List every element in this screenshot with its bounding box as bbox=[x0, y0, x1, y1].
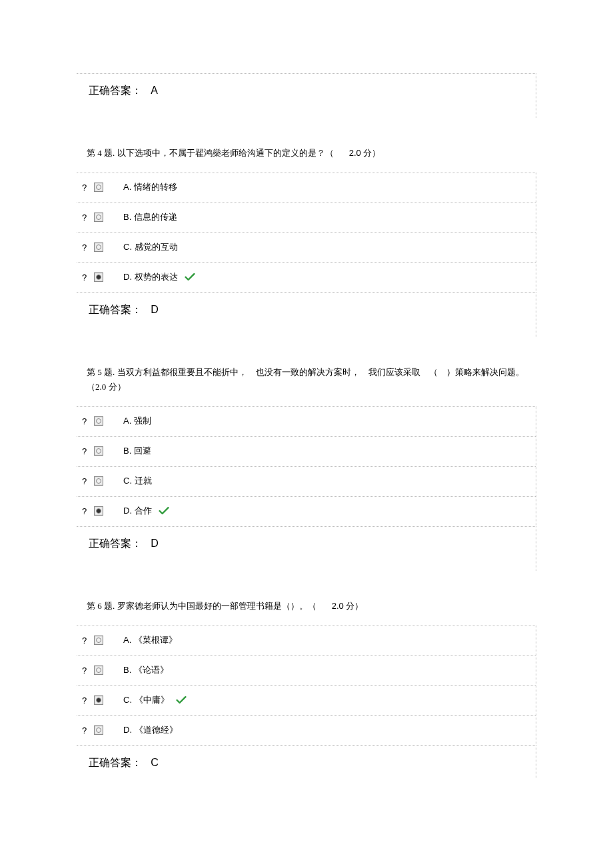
option-text: C.感觉的互动 bbox=[123, 241, 178, 253]
option-marker: ? bbox=[82, 416, 94, 426]
options-block: ? A.情绪的转移 ? B.信息的传递 ? C.感觉的互动 ? D.权势的表达 bbox=[77, 173, 536, 292]
correct-answer-block: 正确答案： D bbox=[77, 526, 536, 571]
option-row[interactable]: ? A.《菜根谭》 bbox=[77, 626, 536, 656]
radio-input[interactable] bbox=[94, 725, 103, 735]
answer-letter: C bbox=[151, 757, 159, 768]
option-marker: ? bbox=[82, 242, 94, 252]
option-row[interactable]: ? D.《道德经》 bbox=[77, 716, 536, 745]
option-marker: ? bbox=[82, 446, 94, 456]
option-letter: C. bbox=[123, 242, 132, 252]
option-row[interactable]: ? B.信息的传递 bbox=[77, 203, 536, 233]
option-row[interactable]: ? A.情绪的转移 bbox=[77, 173, 536, 203]
option-marker: ? bbox=[82, 725, 94, 735]
option-marker: ? bbox=[82, 272, 94, 282]
answer-letter: D bbox=[151, 538, 159, 549]
answer-label: 正确答案： bbox=[89, 538, 142, 549]
option-label: 信息的传递 bbox=[134, 212, 177, 222]
option-label: 情绪的转移 bbox=[134, 182, 177, 192]
radio-input[interactable] bbox=[94, 242, 103, 252]
option-label: 强制 bbox=[134, 416, 151, 426]
radio-input[interactable] bbox=[94, 695, 103, 705]
question-points: 2.0 bbox=[349, 148, 361, 158]
question-number: 第 5 题. bbox=[87, 367, 115, 377]
question-text: 当双方利益都很重要且不能折中， 也没有一致的解决方案时， 我们应该采取 （ ）策… bbox=[117, 367, 524, 377]
question-number: 第 4 题. bbox=[87, 148, 115, 158]
option-letter: B. bbox=[123, 665, 131, 675]
radio-input[interactable] bbox=[94, 272, 103, 282]
question-text: 以下选项中，不属于翟鸿燊老师给沟通下的定义的是？（ bbox=[117, 148, 334, 158]
answer-label: 正确答案： bbox=[89, 757, 142, 768]
option-label: 感觉的互动 bbox=[135, 242, 178, 252]
option-marker: ? bbox=[82, 213, 94, 222]
radio-input[interactable] bbox=[94, 636, 103, 645]
option-letter: C. bbox=[123, 695, 132, 705]
option-letter: B. bbox=[123, 212, 131, 222]
option-label: 《中庸》 bbox=[135, 695, 169, 705]
answer-label: 正确答案： bbox=[89, 85, 142, 96]
option-row[interactable]: ? C.感觉的互动 bbox=[77, 233, 536, 263]
radio-input[interactable] bbox=[94, 213, 103, 222]
option-label: 《道德经》 bbox=[135, 725, 178, 735]
option-text: A.情绪的转移 bbox=[123, 181, 177, 193]
check-icon bbox=[185, 272, 195, 282]
option-text: A.《菜根谭》 bbox=[123, 634, 177, 646]
option-text: B.信息的传递 bbox=[123, 211, 177, 223]
question-points: 2.0 bbox=[332, 601, 344, 611]
options-block: ? A.《菜根谭》 ? B.《论语》 ? C.《中庸》 ? bbox=[77, 626, 536, 745]
question-title: 第 4 题. 以下选项中，不属于翟鸿燊老师给沟通下的定义的是？（ 2.0 分） bbox=[87, 146, 526, 161]
option-letter: C. bbox=[123, 476, 132, 486]
radio-input[interactable] bbox=[94, 416, 103, 426]
option-letter: D. bbox=[123, 725, 132, 735]
option-row[interactable]: ? A.强制 bbox=[77, 407, 536, 437]
option-text: A.强制 bbox=[123, 415, 151, 427]
question-number: 第 6 题. bbox=[87, 601, 115, 611]
radio-input[interactable] bbox=[94, 183, 103, 192]
check-icon bbox=[176, 695, 187, 705]
option-letter: B. bbox=[123, 446, 131, 456]
option-label: 回避 bbox=[134, 446, 151, 456]
radio-input[interactable] bbox=[94, 506, 103, 516]
option-row[interactable]: ? D.合作 bbox=[77, 497, 536, 526]
answer-letter: D bbox=[151, 304, 159, 315]
correct-answer-block: 正确答案： C bbox=[77, 745, 536, 778]
option-letter: A. bbox=[123, 416, 131, 426]
option-row[interactable]: ? C.迁就 bbox=[77, 467, 536, 497]
radio-input[interactable] bbox=[94, 665, 103, 675]
option-text: B.回避 bbox=[123, 445, 151, 457]
option-label: 《论语》 bbox=[134, 665, 169, 675]
option-row[interactable]: ? B.《论语》 bbox=[77, 656, 536, 686]
option-marker: ? bbox=[82, 636, 94, 646]
check-icon bbox=[159, 506, 169, 516]
option-text: C.《中庸》 bbox=[123, 694, 169, 706]
radio-input[interactable] bbox=[94, 476, 103, 486]
option-marker: ? bbox=[82, 665, 94, 675]
option-row[interactable]: ? D.权势的表达 bbox=[77, 263, 536, 292]
option-letter: D. bbox=[123, 506, 132, 516]
option-marker: ? bbox=[82, 476, 94, 486]
options-block: ? A.强制 ? B.回避 ? C.迁就 ? D.合作 bbox=[77, 406, 536, 526]
option-marker: ? bbox=[82, 695, 94, 705]
quiz-page: 正确答案： A 第 4 题. 以下选项中，不属于翟鸿燊老师给沟通下的定义的是？（… bbox=[0, 0, 613, 831]
option-text: B.《论语》 bbox=[123, 664, 169, 676]
option-text: D.合作 bbox=[123, 505, 152, 517]
option-text: C.迁就 bbox=[123, 475, 152, 487]
points-unit: 分） bbox=[363, 148, 380, 158]
option-label: 权势的表达 bbox=[135, 272, 178, 282]
option-letter: D. bbox=[123, 272, 132, 282]
option-letter: A. bbox=[123, 182, 131, 192]
question-title: 第 5 题. 当双方利益都很重要且不能折中， 也没有一致的解决方案时， 我们应该… bbox=[87, 365, 526, 394]
option-row[interactable]: ? B.回避 bbox=[77, 437, 536, 467]
option-label: 《菜根谭》 bbox=[134, 635, 177, 645]
option-label: 迁就 bbox=[135, 476, 152, 486]
option-marker: ? bbox=[82, 506, 94, 516]
option-label: 合作 bbox=[135, 506, 152, 516]
radio-input[interactable] bbox=[94, 446, 103, 456]
points-unit: 分） bbox=[346, 601, 363, 611]
question-points-inline: （2.0 分） bbox=[87, 382, 126, 392]
option-row[interactable]: ? C.《中庸》 bbox=[77, 686, 536, 716]
option-text: D.权势的表达 bbox=[123, 271, 178, 283]
correct-answer-block: 正确答案： D bbox=[77, 292, 536, 337]
option-letter: A. bbox=[123, 635, 131, 645]
question-title: 第 6 题. 罗家德老师认为中国最好的一部管理书籍是（）。（ 2.0 分） bbox=[87, 599, 526, 614]
answer-label: 正确答案： bbox=[89, 304, 142, 315]
